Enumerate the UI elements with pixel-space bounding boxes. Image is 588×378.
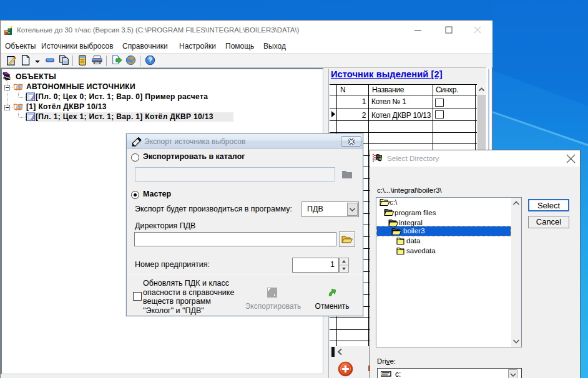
svg-text:?: ? (148, 57, 152, 64)
